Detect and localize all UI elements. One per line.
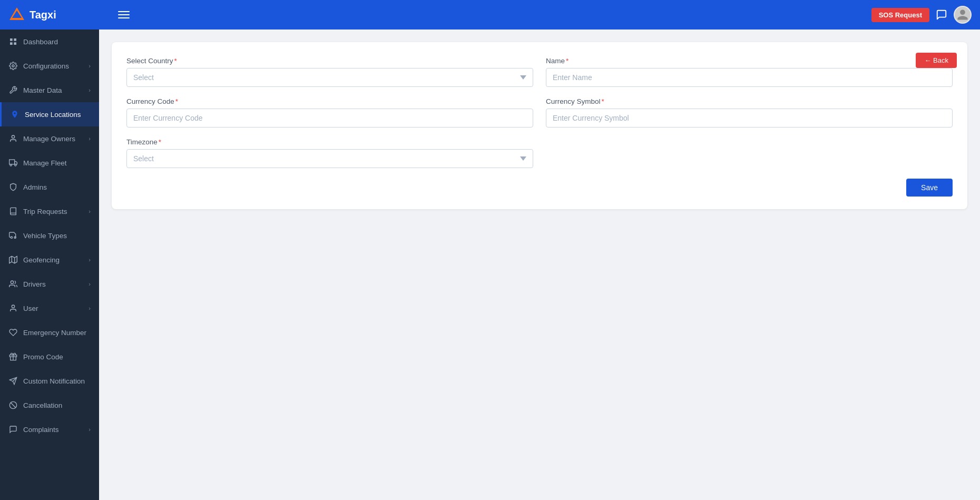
sidebar-label-service-locations: Service Locations: [25, 111, 91, 119]
sidebar-item-complaints[interactable]: Complaints ›: [0, 417, 99, 442]
sidebar-item-promo-code[interactable]: Promo Code: [0, 345, 99, 369]
sidebar-item-dashboard[interactable]: Dashboard: [0, 30, 99, 54]
form-row-1: Select Country* Select Name*: [126, 57, 953, 87]
currency-code-group: Currency Code*: [126, 97, 533, 128]
map-icon: [8, 255, 18, 264]
logo-area: Tagxi: [8, 6, 107, 23]
hamburger-button[interactable]: [116, 9, 132, 21]
sidebar-item-vehicle-types[interactable]: Vehicle Types: [0, 223, 99, 248]
chevron-right-icon: ›: [89, 63, 91, 69]
sidebar-item-manage-fleet[interactable]: Manage Fleet: [0, 151, 99, 175]
sidebar-label-emergency-number: Emergency Number: [23, 329, 91, 337]
name-group: Name*: [546, 57, 953, 87]
chevron-right-icon: ›: [89, 87, 91, 93]
currency-code-input[interactable]: [126, 109, 533, 128]
chevron-right-icon: ›: [89, 426, 91, 433]
sidebar-item-drivers[interactable]: Drivers ›: [0, 272, 99, 296]
sidebar-item-admins[interactable]: Admins: [0, 175, 99, 199]
svg-point-13: [14, 237, 16, 238]
top-header: Tagxi SOS Request: [0, 0, 980, 30]
sidebar-item-user[interactable]: User ›: [0, 296, 99, 320]
sidebar-label-configurations: Configurations: [23, 62, 83, 70]
form-row-2: Currency Code* Currency Symbol*: [126, 97, 953, 128]
svg-line-24: [11, 403, 15, 407]
svg-marker-14: [9, 256, 17, 263]
svg-point-17: [11, 281, 13, 283]
users-icon: [8, 279, 18, 289]
sidebar-item-configurations[interactable]: Configurations ›: [0, 54, 99, 78]
bus-icon: [8, 158, 18, 168]
avatar-icon: [956, 8, 969, 21]
grid-icon: [8, 37, 18, 46]
svg-rect-2: [10, 38, 13, 41]
sidebar-label-geofencing: Geofencing: [23, 256, 83, 264]
sidebar-label-user: User: [23, 305, 83, 312]
svg-rect-8: [9, 160, 15, 164]
sidebar-item-master-data[interactable]: Master Data ›: [0, 78, 99, 102]
tool-icon: [8, 85, 18, 95]
currency-symbol-input[interactable]: [546, 109, 953, 128]
chevron-right-icon: ›: [89, 281, 91, 287]
sidebar-item-geofencing[interactable]: Geofencing ›: [0, 248, 99, 272]
select-country-label: Select Country*: [126, 57, 533, 65]
send-icon: [8, 376, 18, 386]
select-country-dropdown[interactable]: Select: [126, 68, 533, 87]
svg-rect-4: [10, 42, 13, 45]
car-icon: [8, 231, 18, 240]
sidebar-label-cancellation: Cancellation: [23, 401, 91, 409]
svg-point-7: [12, 135, 14, 138]
sidebar-item-cancellation[interactable]: Cancellation: [0, 393, 99, 417]
main-layout: Dashboard Configurations › Master Data ›…: [0, 30, 980, 500]
sidebar-label-vehicle-types: Vehicle Types: [23, 232, 91, 240]
sidebar-item-service-locations[interactable]: Service Locations: [0, 102, 99, 126]
currency-code-label: Currency Code*: [126, 97, 533, 105]
form-row-3: Timezone* Select: [126, 138, 953, 168]
sidebar-item-custom-notification[interactable]: Custom Notification: [0, 369, 99, 393]
header-right: SOS Request: [871, 6, 972, 24]
currency-symbol-group: Currency Symbol*: [546, 97, 953, 128]
sos-button[interactable]: SOS Request: [871, 8, 929, 22]
timezone-placeholder-group: [546, 138, 953, 168]
sidebar-label-admins: Admins: [23, 183, 91, 191]
chevron-right-icon: ›: [89, 305, 91, 311]
chat-icon: [936, 9, 947, 21]
gear-icon: [8, 61, 18, 71]
svg-rect-3: [14, 38, 16, 41]
app-name: Tagxi: [30, 9, 56, 21]
timezone-dropdown[interactable]: Select: [126, 149, 533, 168]
sidebar-label-drivers: Drivers: [23, 280, 83, 288]
sidebar-item-emergency-number[interactable]: Emergency Number: [0, 320, 99, 345]
back-button[interactable]: ← Back: [916, 53, 957, 68]
sidebar: Dashboard Configurations › Master Data ›…: [0, 30, 99, 500]
name-input[interactable]: [546, 68, 953, 87]
person-icon: [8, 134, 18, 143]
svg-rect-5: [14, 42, 16, 45]
cancel-icon: [8, 400, 18, 410]
timezone-group: Timezone* Select: [126, 138, 533, 168]
chevron-right-icon: ›: [89, 135, 91, 142]
sidebar-label-custom-notification: Custom Notification: [23, 377, 91, 385]
svg-marker-9: [15, 161, 17, 164]
svg-point-12: [11, 237, 12, 238]
shield-icon: [8, 182, 18, 192]
heart-icon: [8, 328, 18, 337]
sidebar-label-dashboard: Dashboard: [23, 38, 91, 46]
save-button[interactable]: Save: [906, 179, 953, 197]
sidebar-label-manage-fleet: Manage Fleet: [23, 159, 91, 167]
svg-point-6: [12, 65, 14, 67]
sidebar-item-manage-owners[interactable]: Manage Owners ›: [0, 126, 99, 151]
sidebar-label-promo-code: Promo Code: [23, 353, 91, 361]
header-left: Tagxi: [8, 6, 132, 23]
name-label: Name*: [546, 57, 953, 65]
user-avatar[interactable]: [954, 6, 972, 24]
book-icon: [8, 207, 18, 216]
chevron-right-icon: ›: [89, 257, 91, 263]
user-icon: [8, 303, 18, 313]
chat-icon-button[interactable]: [936, 9, 947, 21]
sidebar-label-trip-requests: Trip Requests: [23, 208, 83, 215]
logo-icon: [8, 6, 25, 23]
save-row: Save: [126, 179, 953, 197]
sidebar-label-complaints: Complaints: [23, 426, 83, 434]
svg-point-11: [15, 164, 16, 166]
sidebar-item-trip-requests[interactable]: Trip Requests ›: [0, 199, 99, 223]
